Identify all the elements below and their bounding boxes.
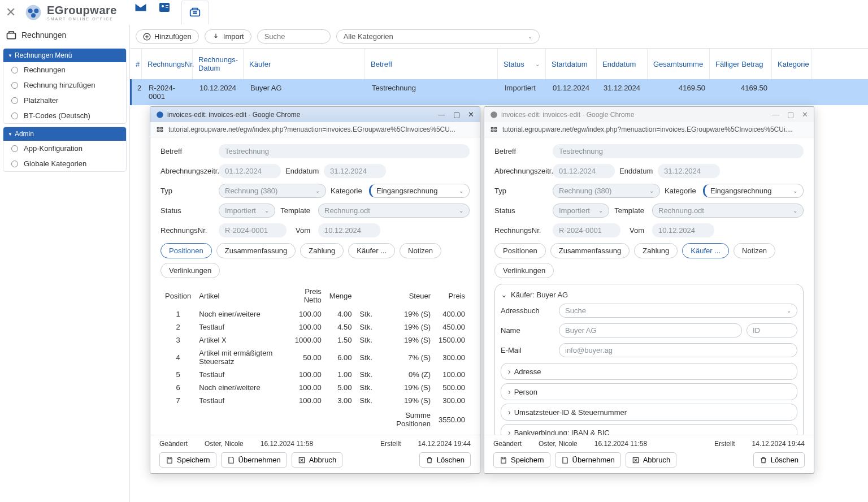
- save-button[interactable]: Speichern: [159, 452, 216, 468]
- position-row[interactable]: 7Testlauf100.003.00Stk.19% (S)300.00: [162, 395, 468, 406]
- sidebar-section-header[interactable]: Rechnungen Menü: [3, 49, 126, 62]
- close-icon[interactable]: ✕: [802, 110, 808, 119]
- input-startdate[interactable]: 01.12.2024: [553, 164, 615, 178]
- tab-kaeufer[interactable]: Käufer ...: [348, 243, 395, 258]
- tab-verlinkungen[interactable]: Verlinkungen: [494, 263, 554, 278]
- maximize-icon[interactable]: ▢: [787, 110, 794, 119]
- delete-button[interactable]: Löschen: [419, 452, 471, 468]
- position-row[interactable]: 2Testlauf100.004.50Stk.19% (S)450.00: [162, 321, 468, 333]
- close-icon[interactable]: ✕: [468, 110, 474, 119]
- select-template[interactable]: Rechnung.odt⌄: [318, 204, 470, 218]
- url-bar[interactable]: tutorial.egroupware.net/egw/index.php?me…: [484, 122, 814, 137]
- select-typ[interactable]: Rechnung (380)⌄: [553, 184, 660, 198]
- input-vom[interactable]: 10.12.2024: [318, 223, 380, 237]
- sidebar-item-rechnungen[interactable]: Rechnungen: [3, 62, 126, 77]
- chevron-down-icon: ⌄: [787, 308, 791, 314]
- save-button[interactable]: Speichern: [493, 452, 550, 468]
- position-row[interactable]: 5Testlauf100.001.00Stk.0% (Z)100.00: [162, 369, 468, 380]
- window-titlebar[interactable]: invoices-edit: invoices-edit - Google Ch…: [484, 107, 814, 122]
- input-enddate[interactable]: 31.12.2024: [658, 164, 720, 178]
- tab-positionen[interactable]: Positionen: [494, 243, 546, 258]
- input-vom[interactable]: 10.12.2024: [652, 223, 714, 237]
- col-rnr[interactable]: RechnungsNr.: [142, 49, 193, 79]
- close-icon[interactable]: ✕: [6, 5, 16, 20]
- mail-icon[interactable]: [134, 1, 147, 14]
- col-sum[interactable]: Gesamtsumme: [648, 49, 710, 79]
- cancel-button[interactable]: Abbruch: [626, 452, 676, 468]
- accordion-adresse[interactable]: Adresse: [501, 363, 797, 380]
- label-changed: Geändert: [159, 440, 188, 448]
- input-startdate[interactable]: 01.12.2024: [219, 164, 281, 178]
- col-num[interactable]: #: [130, 49, 142, 79]
- search-input[interactable]: [257, 29, 331, 44]
- apply-button[interactable]: Übernehmen: [555, 452, 621, 468]
- tab-zahlung[interactable]: Zahlung: [634, 243, 678, 258]
- sidebar-item-globalcat[interactable]: Globale Kategorien: [3, 156, 126, 171]
- position-row[interactable]: 3Artikel X1000.001.50Stk.19% (S)1500.00: [162, 334, 468, 346]
- accordion-person[interactable]: Person: [501, 383, 797, 400]
- col-due[interactable]: Fälliger Betrag: [710, 49, 772, 79]
- sidebar-section-header[interactable]: Admin: [3, 127, 126, 141]
- sidebar-item-add[interactable]: Rechnung hinzufügen: [3, 77, 126, 93]
- position-row[interactable]: 1Noch einer/weitere100.004.00Stk.19% (S)…: [162, 308, 468, 320]
- maximize-icon[interactable]: ▢: [453, 110, 460, 119]
- invoices-tab-icon[interactable]: [181, 1, 209, 24]
- input-id[interactable]: ID: [747, 323, 797, 337]
- sidebar-item-btcodes[interactable]: BT-Codes (Deutsch): [3, 108, 126, 123]
- select-status[interactable]: Importiert⌄: [219, 204, 275, 218]
- col-date[interactable]: Rechnungs-Datum: [193, 49, 244, 79]
- tab-verlinkungen[interactable]: Verlinkungen: [160, 263, 220, 278]
- tab-zusammenfassung[interactable]: Zusammenfassung: [216, 243, 296, 258]
- accordion-ust[interactable]: Umsatzsteuer-ID & Steuernummer: [501, 404, 797, 421]
- tab-notizen[interactable]: Notizen: [734, 243, 775, 258]
- label-name: Name: [501, 326, 554, 335]
- col-buyer[interactable]: Käufer: [244, 49, 365, 79]
- tab-kaeufer[interactable]: Käufer ...: [682, 243, 729, 258]
- label-vom: Vom: [291, 226, 314, 235]
- col-category[interactable]: Kategorie: [772, 49, 811, 79]
- import-button[interactable]: Import: [205, 29, 251, 44]
- cancel-button[interactable]: Abbruch: [292, 452, 342, 468]
- select-status[interactable]: Importiert⌄: [553, 204, 609, 218]
- contacts-icon[interactable]: [158, 1, 171, 14]
- select-template[interactable]: Rechnung.odt⌄: [652, 204, 804, 218]
- svg-point-2: [34, 8, 38, 13]
- sidebar-item-appconfig[interactable]: App-Konfiguration: [3, 141, 126, 156]
- grid-row[interactable]: 2 R-2024-0001 10.12.2024 Buyer AG Testre…: [130, 79, 868, 105]
- input-name[interactable]: Buyer AG: [559, 323, 742, 337]
- accordion-bank[interactable]: Bankverbindung: IBAN & BIC: [501, 424, 797, 435]
- input-betreff[interactable]: Testrechnung: [553, 144, 804, 158]
- input-enddate[interactable]: 31.12.2024: [324, 164, 386, 178]
- label-betreff: Betreff: [160, 147, 214, 155]
- sidebar-item-placeholder[interactable]: Platzhalter: [3, 93, 126, 108]
- tab-notizen[interactable]: Notizen: [400, 243, 441, 258]
- input-rnr[interactable]: R-2024-0001: [219, 223, 287, 237]
- select-kategorie[interactable]: Eingangsrechnung⌄: [369, 184, 470, 198]
- col-startdate[interactable]: Startdatum: [546, 49, 597, 79]
- apply-button[interactable]: Übernehmen: [221, 452, 287, 468]
- window-titlebar[interactable]: invoices-edit: invoices-edit - Google Ch…: [150, 107, 480, 122]
- input-betreff[interactable]: Testrechnung: [219, 144, 470, 158]
- tab-positionen[interactable]: Positionen: [160, 243, 212, 258]
- minimize-icon[interactable]: —: [772, 110, 779, 119]
- add-button[interactable]: Hinzufügen: [136, 29, 199, 44]
- url-bar[interactable]: tutorial.egroupware.net/egw/index.php?me…: [150, 122, 480, 137]
- input-email[interactable]: info@buyer.ag: [559, 343, 797, 357]
- select-adressbuch[interactable]: Suche⌄: [559, 304, 797, 318]
- tab-zusammenfassung[interactable]: Zusammenfassung: [550, 243, 630, 258]
- minimize-icon[interactable]: —: [438, 110, 445, 119]
- delete-button[interactable]: Löschen: [753, 452, 805, 468]
- tab-zahlung[interactable]: Zahlung: [300, 243, 344, 258]
- category-select[interactable]: Alle Kategorien⌄: [336, 29, 540, 44]
- col-subject[interactable]: Betreff: [365, 49, 498, 79]
- select-kategorie[interactable]: Eingangsrechnung⌄: [703, 184, 804, 198]
- col-status[interactable]: Status⌄: [498, 49, 546, 79]
- position-row[interactable]: 4Artikel mit ermäßigtem Steuersatz50.006…: [162, 347, 468, 367]
- label-abrz: Abrechnungszeitr.: [494, 167, 548, 175]
- position-row[interactable]: 6Noch einer/weitere100.005.00Stk.19% (S)…: [162, 382, 468, 393]
- logo[interactable]: EGroupware SMART ONLINE OFFICE: [24, 3, 117, 21]
- select-typ[interactable]: Rechnung (380)⌄: [219, 184, 326, 198]
- col-enddate[interactable]: Enddatum: [597, 49, 648, 79]
- buyer-header[interactable]: Käufer: Buyer AG: [501, 290, 797, 304]
- input-rnr[interactable]: R-2024-0001: [553, 223, 620, 237]
